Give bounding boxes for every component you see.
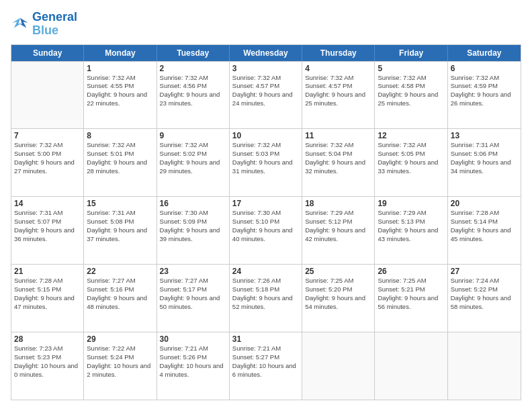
- header-day-wednesday: Wednesday: [230, 45, 302, 61]
- cal-cell: 10Sunrise: 7:32 AMSunset: 5:03 PMDayligh…: [230, 129, 302, 196]
- day-number: 1: [87, 64, 153, 73]
- day-number: 3: [232, 64, 299, 73]
- cal-cell: 25Sunrise: 7:25 AMSunset: 5:20 PMDayligh…: [302, 265, 375, 332]
- cal-cell: 17Sunrise: 7:30 AMSunset: 5:10 PMDayligh…: [230, 197, 302, 264]
- day-info: Sunrise: 7:32 AMSunset: 5:02 PMDaylight:…: [160, 141, 226, 175]
- day-number: 20: [451, 199, 518, 208]
- day-info: Sunrise: 7:24 AMSunset: 5:22 PMDaylight:…: [451, 277, 518, 311]
- day-number: 24: [232, 267, 299, 276]
- page-header: General Blue: [11, 11, 521, 38]
- day-number: 13: [451, 131, 518, 140]
- day-info: Sunrise: 7:21 AMSunset: 5:27 PMDaylight:…: [232, 345, 299, 379]
- day-number: 28: [14, 334, 81, 344]
- cal-cell: 14Sunrise: 7:31 AMSunset: 5:07 PMDayligh…: [11, 197, 84, 264]
- day-number: 17: [232, 199, 299, 208]
- cal-cell: 26Sunrise: 7:25 AMSunset: 5:21 PMDayligh…: [375, 265, 447, 332]
- logo-icon: [11, 17, 30, 32]
- cal-cell: 16Sunrise: 7:30 AMSunset: 5:09 PMDayligh…: [157, 197, 230, 264]
- cal-cell: 7Sunrise: 7:32 AMSunset: 5:00 PMDaylight…: [11, 129, 84, 196]
- week-2: 7Sunrise: 7:32 AMSunset: 5:00 PMDaylight…: [11, 128, 521, 196]
- day-number: 22: [87, 267, 153, 276]
- cal-cell: 13Sunrise: 7:31 AMSunset: 5:06 PMDayligh…: [448, 129, 521, 196]
- day-number: 26: [378, 267, 444, 276]
- calendar-body: 1Sunrise: 7:32 AMSunset: 4:55 PMDaylight…: [11, 61, 521, 400]
- cal-cell: 3Sunrise: 7:32 AMSunset: 4:57 PMDaylight…: [230, 62, 302, 129]
- header-day-sunday: Sunday: [11, 45, 84, 61]
- day-info: Sunrise: 7:28 AMSunset: 5:15 PMDaylight:…: [14, 277, 81, 311]
- cal-cell: 1Sunrise: 7:32 AMSunset: 4:55 PMDaylight…: [84, 62, 157, 129]
- day-info: Sunrise: 7:22 AMSunset: 5:24 PMDaylight:…: [87, 345, 153, 379]
- day-number: 30: [160, 334, 226, 344]
- cal-cell: [302, 332, 375, 400]
- header-day-saturday: Saturday: [448, 45, 521, 61]
- day-number: 8: [87, 131, 153, 140]
- day-info: Sunrise: 7:32 AMSunset: 5:03 PMDaylight:…: [232, 141, 299, 175]
- calendar: SundayMondayTuesdayWednesdayThursdayFrid…: [11, 44, 521, 400]
- cal-cell: 27Sunrise: 7:24 AMSunset: 5:22 PMDayligh…: [448, 265, 521, 332]
- day-info: Sunrise: 7:28 AMSunset: 5:14 PMDaylight:…: [451, 209, 518, 243]
- cal-cell: 22Sunrise: 7:27 AMSunset: 5:16 PMDayligh…: [84, 265, 157, 332]
- day-number: 5: [378, 64, 444, 73]
- day-info: Sunrise: 7:32 AMSunset: 4:59 PMDaylight:…: [451, 74, 518, 108]
- cal-cell: 8Sunrise: 7:32 AMSunset: 5:01 PMDaylight…: [84, 129, 157, 196]
- day-number: 27: [451, 267, 518, 276]
- day-number: 25: [305, 267, 371, 276]
- day-number: 19: [378, 199, 444, 208]
- header-day-tuesday: Tuesday: [157, 45, 230, 61]
- svg-marker-1: [12, 18, 22, 28]
- day-number: 9: [160, 131, 226, 140]
- calendar-header: SundayMondayTuesdayWednesdayThursdayFrid…: [11, 45, 521, 61]
- day-number: 6: [451, 64, 518, 73]
- day-info: Sunrise: 7:27 AMSunset: 5:17 PMDaylight:…: [160, 277, 226, 311]
- day-info: Sunrise: 7:32 AMSunset: 5:04 PMDaylight:…: [305, 141, 371, 175]
- logo-text: General Blue: [32, 11, 77, 38]
- day-info: Sunrise: 7:21 AMSunset: 5:26 PMDaylight:…: [160, 345, 226, 379]
- cal-cell: 15Sunrise: 7:31 AMSunset: 5:08 PMDayligh…: [84, 197, 157, 264]
- cal-cell: 18Sunrise: 7:29 AMSunset: 5:12 PMDayligh…: [302, 197, 375, 264]
- cal-cell: [448, 332, 521, 400]
- day-info: Sunrise: 7:32 AMSunset: 4:58 PMDaylight:…: [378, 74, 444, 108]
- day-info: Sunrise: 7:32 AMSunset: 5:01 PMDaylight:…: [87, 141, 153, 175]
- cal-cell: 21Sunrise: 7:28 AMSunset: 5:15 PMDayligh…: [11, 265, 84, 332]
- cal-cell: 29Sunrise: 7:22 AMSunset: 5:24 PMDayligh…: [84, 332, 157, 400]
- day-number: 23: [160, 267, 226, 276]
- day-info: Sunrise: 7:31 AMSunset: 5:08 PMDaylight:…: [87, 209, 153, 243]
- day-info: Sunrise: 7:32 AMSunset: 4:55 PMDaylight:…: [87, 74, 153, 108]
- cal-cell: 24Sunrise: 7:26 AMSunset: 5:18 PMDayligh…: [230, 265, 302, 332]
- day-info: Sunrise: 7:25 AMSunset: 5:21 PMDaylight:…: [378, 277, 444, 311]
- cal-cell: 28Sunrise: 7:23 AMSunset: 5:23 PMDayligh…: [11, 332, 84, 400]
- week-5: 28Sunrise: 7:23 AMSunset: 5:23 PMDayligh…: [11, 332, 521, 400]
- day-number: 16: [160, 199, 226, 208]
- day-number: 15: [87, 199, 153, 208]
- cal-cell: 30Sunrise: 7:21 AMSunset: 5:26 PMDayligh…: [157, 332, 230, 400]
- header-day-monday: Monday: [84, 45, 157, 61]
- day-info: Sunrise: 7:29 AMSunset: 5:12 PMDaylight:…: [305, 209, 371, 243]
- cal-cell: 6Sunrise: 7:32 AMSunset: 4:59 PMDaylight…: [448, 62, 521, 129]
- cal-cell: [375, 332, 447, 400]
- day-number: 2: [160, 64, 226, 73]
- cal-cell: 31Sunrise: 7:21 AMSunset: 5:27 PMDayligh…: [230, 332, 302, 400]
- day-number: 7: [14, 131, 81, 140]
- day-info: Sunrise: 7:26 AMSunset: 5:18 PMDaylight:…: [232, 277, 299, 311]
- day-info: Sunrise: 7:30 AMSunset: 5:09 PMDaylight:…: [160, 209, 226, 243]
- day-info: Sunrise: 7:27 AMSunset: 5:16 PMDaylight:…: [87, 277, 153, 311]
- day-info: Sunrise: 7:32 AMSunset: 4:57 PMDaylight:…: [305, 74, 371, 108]
- day-number: 12: [378, 131, 444, 140]
- day-info: Sunrise: 7:31 AMSunset: 5:07 PMDaylight:…: [14, 209, 81, 243]
- cal-cell: 20Sunrise: 7:28 AMSunset: 5:14 PMDayligh…: [448, 197, 521, 264]
- day-number: 4: [305, 64, 371, 73]
- cal-cell: 5Sunrise: 7:32 AMSunset: 4:58 PMDaylight…: [375, 62, 447, 129]
- day-number: 14: [14, 199, 81, 208]
- week-1: 1Sunrise: 7:32 AMSunset: 4:55 PMDaylight…: [11, 61, 521, 129]
- day-number: 21: [14, 267, 81, 276]
- day-info: Sunrise: 7:32 AMSunset: 5:05 PMDaylight:…: [378, 141, 444, 175]
- day-info: Sunrise: 7:32 AMSunset: 4:57 PMDaylight:…: [232, 74, 299, 108]
- header-day-thursday: Thursday: [302, 45, 375, 61]
- day-number: 18: [305, 199, 371, 208]
- day-number: 31: [232, 334, 299, 344]
- week-3: 14Sunrise: 7:31 AMSunset: 5:07 PMDayligh…: [11, 196, 521, 264]
- day-info: Sunrise: 7:25 AMSunset: 5:20 PMDaylight:…: [305, 277, 371, 311]
- day-info: Sunrise: 7:30 AMSunset: 5:10 PMDaylight:…: [232, 209, 299, 243]
- cal-cell: 23Sunrise: 7:27 AMSunset: 5:17 PMDayligh…: [157, 265, 230, 332]
- cal-cell: [11, 62, 84, 129]
